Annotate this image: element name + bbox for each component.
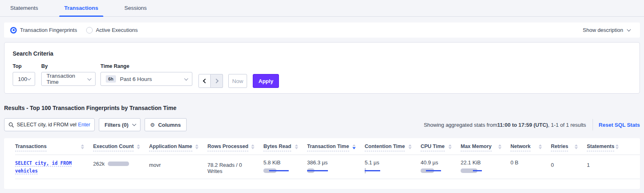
- column-header-max-memory: Max Memory: [461, 144, 510, 153]
- sort-icon[interactable]: [448, 144, 452, 149]
- column-header-label[interactable]: Transactions: [15, 144, 47, 151]
- transaction-time-bar: [307, 168, 356, 173]
- by-select[interactable]: Transaction Time: [41, 72, 96, 86]
- column-header-label[interactable]: Statements: [587, 144, 614, 151]
- execution-count-bar: [108, 162, 129, 166]
- by-label: By: [41, 63, 100, 69]
- tab-sessions[interactable]: Sessions: [120, 0, 152, 16]
- transactions-page: Statements Transactions Sessions Transac…: [0, 0, 644, 189]
- statements-value: 1: [587, 162, 590, 168]
- now-button[interactable]: Now: [228, 74, 247, 88]
- sort-icon[interactable]: [81, 144, 84, 149]
- sort-icon[interactable]: [539, 144, 542, 149]
- cell-max-memory: 22.1 KiB: [461, 159, 510, 179]
- column-header-transactions: Transactions: [15, 144, 93, 153]
- transaction-fingerprint-link[interactable]: SELECT city, id FROM vehicles: [15, 159, 84, 175]
- column-header-label[interactable]: Rows Processed: [207, 144, 248, 151]
- column-header-label[interactable]: Application Name: [149, 144, 192, 151]
- search-criteria-controls: Top 100 By Transaction Time Time Range: [13, 63, 631, 88]
- column-header-label[interactable]: Retries: [551, 144, 568, 151]
- table-row: SELECT city, id FROM vehicles 262k movr: [15, 155, 640, 179]
- column-header-retries: Retries: [551, 144, 587, 153]
- next-time-button[interactable]: [211, 74, 223, 88]
- radio-active-executions[interactable]: Active Executions: [86, 27, 138, 34]
- cell-network: 0 B: [510, 159, 551, 179]
- show-description-label: Show description: [583, 27, 623, 33]
- gear-icon: ⚙: [150, 122, 155, 128]
- column-header-label[interactable]: Execution Count: [93, 144, 134, 151]
- radio-label: Active Executions: [96, 27, 138, 33]
- sort-icon[interactable]: [615, 144, 619, 149]
- chevron-down-icon: [132, 122, 136, 126]
- stats-suffix: , 1-1 of 1 results: [548, 122, 586, 128]
- time-range-value: Past 6 Hours: [120, 76, 152, 82]
- sort-icon[interactable]: [575, 144, 578, 149]
- top-select[interactable]: 100: [13, 72, 35, 86]
- filters-button[interactable]: Filters (0): [99, 118, 140, 131]
- apply-button[interactable]: Apply: [253, 74, 279, 88]
- column-header-rows-processed: Rows Processed: [207, 144, 263, 153]
- top-field: Top 100: [13, 63, 41, 88]
- sort-icon[interactable]: [498, 144, 501, 149]
- sort-icon[interactable]: [251, 144, 254, 149]
- contention-time-value: 5.1 µs: [365, 159, 379, 166]
- view-toggle-band: Transaction Fingerprints Active Executio…: [4, 22, 640, 38]
- cell-transaction: SELECT city, id FROM vehicles: [15, 159, 93, 179]
- reset-sql-stats-link[interactable]: Reset SQL Stats: [599, 122, 640, 128]
- sort-icon[interactable]: [295, 144, 298, 149]
- tab-bar: Statements Transactions Sessions: [0, 0, 644, 17]
- contention-time-bar: [365, 168, 412, 173]
- chevron-right-icon: [214, 79, 218, 83]
- time-range-select[interactable]: 6h Past 6 Hours: [100, 72, 192, 86]
- search-criteria-card: Search Criteria Top 100 By Transaction T…: [4, 42, 640, 94]
- column-header-label[interactable]: Contention Time: [365, 144, 405, 151]
- radio-transaction-fingerprints[interactable]: Transaction Fingerprints: [10, 27, 77, 34]
- time-range-field: Time Range 6h Past 6 Hours: [100, 63, 192, 88]
- max-memory-bar: [461, 168, 501, 173]
- sort-icon[interactable]: [137, 144, 140, 149]
- columns-label: Columns: [158, 122, 181, 128]
- columns-button[interactable]: ⚙ Columns: [145, 118, 187, 131]
- top-label: Top: [13, 63, 41, 69]
- application-name-value: movr: [149, 162, 161, 168]
- cpu-time-value: 40.9 µs: [421, 159, 438, 166]
- tab-statements[interactable]: Statements: [5, 0, 43, 16]
- search-enter-button[interactable]: Enter: [78, 122, 90, 128]
- cell-application-name: movr: [149, 159, 207, 179]
- column-header-transaction-time: Transaction Time: [307, 144, 365, 153]
- aggregated-stats-text: Showing aggregated stats from 11:00 to 1…: [424, 122, 586, 128]
- cell-transaction-time: 386.3 µs: [307, 159, 365, 179]
- search-input[interactable]: [17, 122, 76, 128]
- page-content: Transaction Fingerprints Active Executio…: [0, 22, 644, 189]
- transaction-time-value: 386.3 µs: [307, 159, 328, 166]
- column-header-cpu-time: CPU Time: [421, 144, 461, 153]
- table-header-row: Transactions Execution Count Application…: [15, 138, 640, 153]
- time-range-badge: 6h: [106, 75, 116, 83]
- retries-value: 0: [551, 162, 554, 168]
- column-header-label[interactable]: Network: [510, 144, 530, 151]
- tab-transactions[interactable]: Transactions: [59, 0, 103, 16]
- sort-icon-active-desc[interactable]: [352, 144, 356, 149]
- top-select-value: 100: [18, 76, 27, 82]
- chevron-down-icon: [87, 76, 91, 81]
- time-range-label: Time Range: [100, 63, 192, 69]
- column-header-label[interactable]: Transaction Time: [307, 144, 349, 151]
- sort-icon[interactable]: [408, 144, 412, 149]
- bytes-read-bar: [263, 168, 298, 173]
- chevron-left-icon: [203, 79, 207, 83]
- previous-time-button[interactable]: [198, 74, 211, 88]
- column-header-label[interactable]: CPU Time: [421, 144, 445, 151]
- stats-prefix: Showing aggregated stats from: [424, 122, 497, 128]
- filters-label: Filters (0): [105, 122, 129, 128]
- max-memory-value: 22.1 KiB: [461, 159, 481, 166]
- network-value: 0 B: [510, 159, 519, 166]
- show-description-toggle[interactable]: Show description: [583, 27, 630, 33]
- column-header-statements: Statements: [587, 144, 628, 153]
- sort-icon[interactable]: [195, 144, 198, 149]
- execution-count-value: 262k: [93, 161, 105, 167]
- column-header-label[interactable]: Max Memory: [461, 144, 492, 151]
- search-icon: [9, 122, 14, 128]
- radio-unselected-icon: [86, 27, 93, 34]
- cell-retries: 0: [551, 159, 587, 179]
- column-header-label[interactable]: Bytes Read: [263, 144, 291, 151]
